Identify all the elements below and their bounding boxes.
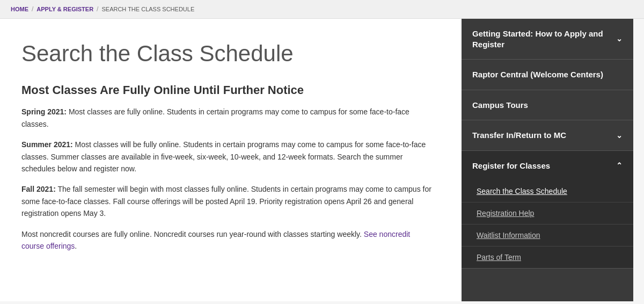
page-title: Search the Class Schedule	[21, 40, 435, 67]
sidebar-subitem-search-class-schedule[interactable]: Search the Class Schedule	[462, 180, 633, 202]
sidebar-item-transfer-in-label: Transfer In/Return to MC	[472, 130, 611, 141]
sidebar-subitem-waitlist-information[interactable]: Waitlist Information	[462, 225, 633, 247]
main-content: Search the Class Schedule Most Classes A…	[0, 19, 462, 301]
breadcrumb-home[interactable]: Home	[11, 6, 28, 12]
sidebar-submenu-register: Search the Class Schedule Registration H…	[462, 180, 633, 268]
noncredit-text: Most noncredit courses are fully online.…	[21, 230, 364, 238]
paragraph-noncredit: Most noncredit courses are fully online.…	[21, 228, 435, 252]
sidebar-item-raptor-central-header[interactable]: Raptor Central (Welcome Centers)	[462, 60, 633, 90]
sidebar-item-getting-started-label: Getting Started: How to Apply and Regist…	[472, 28, 611, 49]
breadcrumb: Home / Apply & Register / Search the Cla…	[0, 0, 644, 19]
sidebar-item-register: Register for Classes ⌃ Search the Class …	[462, 151, 633, 269]
breadcrumb-current: Search the Class Schedule	[101, 6, 194, 12]
sidebar: Getting Started: How to Apply and Regist…	[462, 19, 633, 301]
sidebar-item-campus-tours: Campus Tours	[462, 90, 633, 121]
paragraph-fall: Fall 2021: The fall semester will begin …	[21, 183, 435, 219]
summer-text: Most classes will be fully online. Stude…	[21, 140, 426, 173]
sidebar-item-campus-tours-label: Campus Tours	[472, 100, 623, 111]
sidebar-item-raptor-central-label: Raptor Central (Welcome Centers)	[472, 69, 623, 80]
fall-text: The fall semester will begin with most c…	[21, 185, 431, 218]
breadcrumb-sep-2: /	[97, 5, 98, 13]
sidebar-item-getting-started-header[interactable]: Getting Started: How to Apply and Regist…	[462, 19, 633, 59]
sidebar-item-getting-started: Getting Started: How to Apply and Regist…	[462, 19, 633, 60]
spring-text: Most classes are fully online. Students …	[21, 107, 409, 128]
sidebar-item-transfer-in: Transfer In/Return to MC ⌄	[462, 120, 633, 151]
spring-bold: Spring 2021:	[21, 107, 67, 116]
chevron-up-icon: ⌃	[616, 161, 623, 170]
summer-bold: Summer 2021:	[21, 140, 73, 149]
fall-bold: Fall 2021:	[21, 185, 56, 193]
page-layout: Search the Class Schedule Most Classes A…	[0, 19, 644, 301]
breadcrumb-sep-1: /	[32, 5, 33, 13]
sidebar-item-transfer-in-header[interactable]: Transfer In/Return to MC ⌄	[462, 120, 633, 150]
sidebar-item-register-label: Register for Classes	[472, 161, 611, 171]
sidebar-item-register-header[interactable]: Register for Classes ⌃	[462, 151, 633, 181]
sidebar-item-raptor-central: Raptor Central (Welcome Centers)	[462, 60, 633, 90]
sidebar-subitem-parts-of-term[interactable]: Parts of Term	[462, 247, 633, 268]
chevron-down-icon-transfer: ⌄	[616, 131, 623, 140]
sidebar-item-campus-tours-header[interactable]: Campus Tours	[462, 90, 633, 120]
chevron-down-icon: ⌄	[616, 34, 623, 44]
breadcrumb-apply[interactable]: Apply & Register	[36, 6, 93, 12]
paragraph-summer: Summer 2021: Most classes will be fully …	[21, 139, 435, 175]
section-heading: Most Classes Are Fully Online Until Furt…	[21, 83, 435, 97]
paragraph-spring: Spring 2021: Most classes are fully onli…	[21, 106, 435, 130]
sidebar-subitem-registration-help[interactable]: Registration Help	[462, 202, 633, 225]
